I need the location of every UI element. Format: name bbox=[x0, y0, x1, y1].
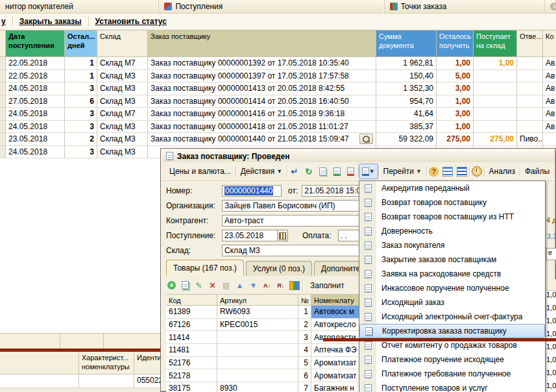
calendar-button[interactable] bbox=[278, 230, 288, 241]
structure-button[interactable] bbox=[441, 164, 455, 179]
history-button[interactable] bbox=[470, 164, 484, 179]
copy-button[interactable] bbox=[316, 164, 330, 179]
menu-item-postuplenie[interactable]: Поступление товаров и услуг bbox=[359, 381, 545, 392]
goto-button[interactable]: Перейти▼ bbox=[379, 165, 426, 178]
tab-postupleniya[interactable]: Поступления bbox=[159, 0, 384, 13]
table-row[interactable]: 22.05.20181Склад М3Заказ поставщику 0000… bbox=[0, 70, 556, 83]
create-based-on-button[interactable]: ▼ bbox=[359, 164, 378, 179]
menu-item-zakrytie-zakazov[interactable]: Закрытие заказов поставщикам bbox=[359, 252, 545, 267]
help-icon: ? bbox=[429, 167, 439, 177]
sliver-value: 1,0 bbox=[546, 382, 556, 392]
help-button[interactable]: ? bbox=[427, 164, 441, 179]
col-warehouse[interactable]: Склад bbox=[97, 30, 148, 57]
chevron-down-icon: ▼ bbox=[416, 168, 422, 175]
settings-list-button[interactable] bbox=[455, 164, 469, 179]
menu-item-inkassovoe[interactable]: Инкассовое поручение полученное bbox=[359, 281, 545, 295]
edit-row-button[interactable]: ✎ bbox=[193, 280, 204, 291]
menu-item-zakaz-pokupatelya[interactable]: Заказ покупателя bbox=[359, 238, 545, 252]
files-button[interactable]: Файлы bbox=[520, 165, 554, 178]
table-row[interactable]: 24.05.20183Склад М3Заказ поставщику 0000… bbox=[0, 82, 556, 95]
tab-monitor-pokupateley[interactable]: нитор покупателей bbox=[0, 0, 159, 13]
document-icon bbox=[365, 384, 372, 392]
col-contragent[interactable]: Ко bbox=[543, 30, 556, 57]
close-orders-link[interactable]: Закрыть заказы bbox=[19, 17, 82, 26]
table-row[interactable]: 24.05.20183Склад М7Заказ поставщику 0000… bbox=[0, 108, 556, 121]
menu-item-platezhnoe-trebovanie[interactable]: Платежное требование полученное bbox=[359, 367, 545, 381]
col-date[interactable]: Дата поступления bbox=[6, 30, 65, 57]
menu-item-akkreditiv[interactable]: Аккредитив переданный bbox=[359, 181, 545, 195]
magnifier-button[interactable] bbox=[359, 134, 373, 144]
separator bbox=[88, 16, 89, 27]
sliver-header-fragment bbox=[546, 279, 556, 291]
unpost-document-button[interactable] bbox=[344, 164, 358, 179]
write-button[interactable]: ↵ bbox=[287, 164, 302, 179]
sliver-value: 1,0 bbox=[546, 369, 556, 382]
menu-item-schet-faktura[interactable]: Исходящий электронный счет-фактура bbox=[359, 310, 545, 324]
copy-row-button[interactable] bbox=[180, 280, 191, 291]
organization-label: Организация: bbox=[166, 201, 222, 210]
receipt-date-field[interactable]: 23.05.2018 bbox=[222, 230, 278, 241]
document-icon bbox=[365, 227, 372, 236]
fill-button[interactable]: Заполнит bbox=[306, 279, 349, 292]
document-icon bbox=[365, 284, 372, 293]
arrow-down-icon: ▼ bbox=[250, 281, 258, 290]
col-incoming[interactable]: Поступает на склад bbox=[474, 30, 517, 57]
col-order[interactable]: Заказ поставщику bbox=[148, 30, 376, 57]
menu-item-ishodyashchiy-zakaz[interactable]: Исходящий заказ bbox=[359, 295, 545, 310]
menu-item-vozvrat-ntt[interactable]: Возврат товаров поставщику из НТТ bbox=[359, 210, 545, 224]
tab-o-programme[interactable]: i О программе bbox=[545, 0, 556, 13]
warehouse-field[interactable]: Склад М3 bbox=[222, 245, 371, 256]
cut-action-link[interactable]: у bbox=[1, 17, 6, 26]
col-remain[interactable]: Осталось получить bbox=[437, 30, 474, 57]
col-article[interactable]: Артикул bbox=[217, 294, 298, 306]
identifier-value: 055022 bbox=[134, 374, 160, 387]
tab-services[interactable]: Услуги (0 поз.) bbox=[246, 261, 312, 276]
prices-currency-button[interactable]: Цены и валюта... bbox=[165, 165, 236, 178]
set-status-link[interactable]: Установить статус bbox=[95, 17, 167, 26]
document-icon bbox=[365, 241, 372, 250]
move-up-button[interactable]: ▲ bbox=[234, 280, 245, 291]
orders-table-body: 22.05.20181Склад М7Заказ поставщику 0000… bbox=[0, 57, 556, 158]
sort-asc-button[interactable]: А↓ bbox=[261, 280, 272, 291]
menu-item-zayavka[interactable]: Заявка на расходование средств bbox=[359, 267, 545, 281]
col-characteristic[interactable]: Характерист... номенклатуры bbox=[79, 352, 134, 374]
contragent-field[interactable]: Авто-траст bbox=[222, 215, 371, 227]
col-code[interactable]: Код bbox=[166, 294, 217, 306]
organization-field[interactable]: Зайцев Павел Борисович (ИП) bbox=[222, 200, 371, 212]
save-button-disabled: ▤ bbox=[221, 280, 232, 291]
tab-tochki-zakaza[interactable]: Точки заказа bbox=[385, 0, 545, 13]
sliver-value: 1,0 bbox=[546, 343, 556, 356]
table-row[interactable]: 24.05.20183Склад М3Заказ поставщику 0000… bbox=[0, 121, 556, 134]
tab-goods[interactable]: Товары (167 поз.) bbox=[166, 260, 244, 276]
menu-item-doverennost[interactable]: Доверенность bbox=[359, 224, 545, 238]
number-field[interactable]: 00000001440 bbox=[222, 185, 282, 197]
col-days[interactable]: Остал... дней bbox=[65, 30, 97, 57]
menu-item-platezhnoe-poruchenie[interactable]: Платежное поручение исходящее bbox=[359, 352, 545, 367]
number-label: Номер: bbox=[166, 186, 222, 195]
receipt-label: Поступление: bbox=[166, 231, 222, 240]
document-icon bbox=[365, 341, 372, 350]
analysis-button[interactable]: Анализ bbox=[485, 165, 520, 178]
table-row[interactable]: 22.05.20181Склад М7Заказ поставщику 0000… bbox=[0, 57, 556, 70]
menu-item-korrektirovka-highlighted[interactable]: Корректировка заказа поставщику bbox=[359, 324, 545, 338]
menu-item-vozvrat[interactable]: Возврат товаров поставщику bbox=[359, 195, 545, 210]
add-row-button[interactable]: + bbox=[166, 280, 177, 291]
fill-settings-button[interactable] bbox=[289, 280, 300, 291]
col-num[interactable]: № bbox=[298, 294, 311, 306]
table-row[interactable]: 27.05.20186Склад М3Заказ поставщику 0000… bbox=[0, 95, 556, 108]
bottom-pane-row[interactable]: 055022 bbox=[0, 374, 160, 388]
dialog-title: Заказ поставщику: Проведен bbox=[177, 152, 289, 161]
orders-table-footer-row bbox=[0, 333, 160, 349]
move-down-button[interactable]: ▼ bbox=[248, 280, 259, 291]
refresh-button[interactable]: ↻ bbox=[302, 164, 316, 179]
delete-row-button[interactable]: ✕ bbox=[207, 280, 218, 291]
post-document-button[interactable] bbox=[330, 164, 344, 179]
col-responsible[interactable]: Отве... bbox=[517, 30, 543, 57]
document-icon bbox=[365, 270, 372, 278]
table-row-selected-order[interactable]: 23.05.20182Склад М3 Заказ поставщику 000… bbox=[0, 133, 556, 146]
dialog-title-bar[interactable]: Заказ поставщику: Проведен bbox=[162, 150, 554, 163]
sort-desc-button[interactable]: Я↓ bbox=[275, 280, 286, 291]
col-identifier[interactable]: Иденти bbox=[134, 352, 160, 374]
actions-button[interactable]: Действия▼ bbox=[236, 165, 287, 178]
col-sum[interactable]: Сумма документа bbox=[376, 30, 437, 57]
